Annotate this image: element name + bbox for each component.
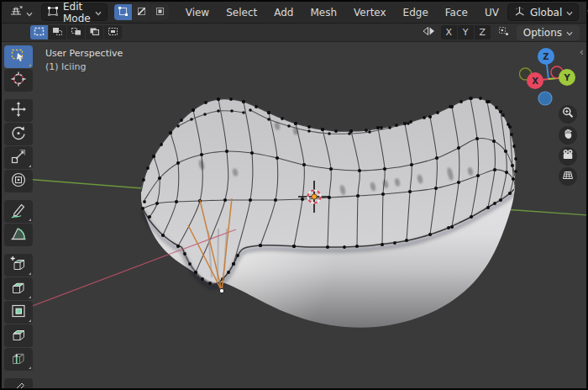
selected-vertex[interactable]: [219, 288, 223, 292]
toggle-perspective-nav-button[interactable]: [559, 167, 577, 186]
orientation-label: Global: [530, 7, 562, 18]
measure-icon: [9, 224, 28, 246]
mirror-axis-z-button[interactable]: Z: [475, 25, 491, 40]
snap-base-icon: [497, 24, 510, 40]
annotate-icon: [9, 201, 28, 223]
bevel-tool-button[interactable]: [4, 324, 33, 347]
rotate-icon: [9, 124, 28, 145]
edge-select-icon: [136, 4, 147, 20]
selection-mode-group: [30, 25, 122, 40]
select-box-icon: [9, 46, 28, 68]
tool-settings-bar: XYZ Options: [2, 24, 586, 42]
viewport-3d[interactable]: User Perspective (1) Iciing XYZ ‹: [2, 42, 586, 388]
x-axis-line: [24, 255, 168, 309]
extrude-region-tool-button[interactable]: [4, 277, 33, 300]
viewport-canvas[interactable]: [2, 42, 586, 388]
move-tool-button[interactable]: [4, 99, 33, 122]
gizmo-axis-label: X: [532, 76, 538, 86]
chevron-down-icon: [26, 4, 33, 20]
transform-orientation-dropdown[interactable]: Global: [507, 3, 579, 21]
toggle-camera-nav-button[interactable]: [559, 147, 577, 166]
menu-select[interactable]: Select: [218, 3, 265, 23]
y-axis-line: [504, 209, 586, 215]
chevron-down-icon: [566, 27, 573, 39]
select-subtract-button[interactable]: [67, 25, 85, 40]
sidebar-collapse-arrow[interactable]: ‹: [580, 47, 584, 57]
gizmo-axis-label: Y: [563, 73, 570, 82]
viewport-3d-icon: [8, 4, 24, 20]
pivot-point-dropdown[interactable]: [584, 4, 588, 21]
knife-icon: [9, 379, 28, 389]
menu-vertex[interactable]: Vertex: [345, 3, 395, 23]
snap-base-button[interactable]: [494, 24, 513, 41]
annotate-tool-button[interactable]: [4, 200, 33, 223]
add-cube-icon: [9, 255, 28, 277]
menu-view[interactable]: View: [177, 3, 218, 23]
scale-tool-button[interactable]: [4, 146, 33, 169]
select-set-button[interactable]: [30, 25, 48, 40]
pan-nav-button[interactable]: [559, 126, 577, 145]
rotate-tool-button[interactable]: [4, 123, 33, 145]
navigation-gizmo[interactable]: XYZ: [519, 45, 583, 113]
loop-cut-icon: [9, 349, 28, 371]
face-select-icon: [155, 4, 165, 20]
menu-mesh[interactable]: Mesh: [302, 3, 345, 23]
mode-dropdown[interactable]: Edit Mode: [41, 3, 108, 21]
select-invert-icon: [88, 24, 101, 40]
header-right-cluster: Global: [507, 3, 588, 21]
vertex-select-icon: [118, 4, 129, 20]
knife-tool-button[interactable]: [4, 378, 33, 388]
bevel-icon: [9, 325, 28, 347]
mirror-axis-y-button[interactable]: Y: [458, 25, 474, 40]
select-extend-button[interactable]: [49, 25, 66, 40]
measure-tool-button[interactable]: [4, 224, 33, 246]
scale-icon: [9, 147, 28, 169]
edge-select-mode-button[interactable]: [133, 4, 150, 20]
add-cube-tool-button[interactable]: [4, 254, 33, 277]
toggle-perspective-icon: [561, 168, 575, 185]
y-axis-line: [25, 179, 142, 188]
mirror-axis-x-button[interactable]: X: [441, 25, 457, 40]
gizmo-axis-label: Z: [543, 52, 549, 61]
inset-faces-tool-button[interactable]: [4, 301, 33, 324]
vertex-select-mode-button[interactable]: [114, 4, 132, 20]
menu-face[interactable]: Face: [437, 3, 476, 23]
viewport-header: Edit Mode ViewSelectAddMeshVertexEdgeFac…: [2, 2, 586, 24]
move-icon: [9, 100, 28, 122]
chevron-down-icon: [566, 7, 573, 18]
blender-window: Edit Mode ViewSelectAddMeshVertexEdgeFac…: [0, 0, 588, 390]
toggle-camera-icon: [561, 148, 575, 165]
extrude-region-icon: [9, 278, 28, 300]
select-invert-button[interactable]: [86, 25, 103, 40]
select-set-icon: [33, 24, 45, 40]
menu-add[interactable]: Add: [265, 3, 302, 23]
cursor-tool-button[interactable]: [4, 69, 33, 92]
options-dropdown[interactable]: Options: [517, 25, 580, 40]
select-intersect-button[interactable]: [104, 25, 122, 40]
menu-edge[interactable]: Edge: [395, 3, 437, 23]
mode-label: Edit Mode: [63, 1, 91, 24]
loop-cut-tool-button[interactable]: [4, 348, 33, 371]
cursor-icon: [9, 70, 28, 92]
gizmo-neg-z-ball[interactable]: [538, 92, 552, 105]
editor-type-button[interactable]: [5, 4, 36, 21]
object-origin: [312, 194, 317, 199]
mesh-select-mode-group: [114, 4, 169, 20]
select-extend-icon: [51, 24, 64, 40]
menu-bar: ViewSelectAddMeshVertexEdgeFaceUV: [177, 3, 507, 23]
face-select-mode-button[interactable]: [151, 4, 169, 20]
transform-icon: [9, 171, 28, 192]
select-subtract-icon: [70, 24, 82, 40]
edit-mode-icon: [47, 5, 59, 19]
mirror-axes-group: XYZ: [441, 25, 491, 40]
transform-tool-button[interactable]: [4, 170, 33, 192]
chevron-down-icon: [95, 7, 102, 18]
orientation-global-icon: [513, 5, 526, 19]
mirror-button[interactable]: [418, 24, 439, 41]
menu-uv[interactable]: UV: [476, 3, 507, 23]
inset-faces-icon: [9, 302, 28, 324]
mirror-icon: [422, 24, 436, 40]
select-box-tool-button[interactable]: [4, 45, 33, 68]
pan-icon: [561, 127, 575, 144]
select-intersect-icon: [107, 24, 119, 40]
